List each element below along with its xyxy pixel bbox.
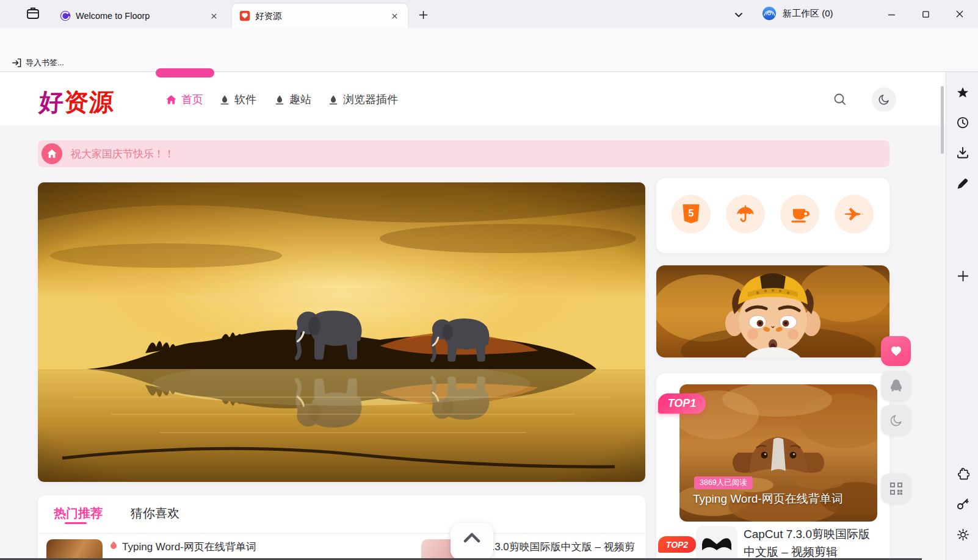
minimize-icon [888,10,896,18]
quicklink-umbrella[interactable] [726,195,765,234]
import-bookmarks-button[interactable]: 导入书签... [12,57,64,68]
feed-item-title[interactable]: 7.3.0剪映国际版中文版 – 视频剪 [486,540,639,554]
html5-icon: 5 [681,204,701,224]
nav-label: 首页 [181,92,203,107]
maximize-icon [922,10,930,18]
favorite-float-button[interactable] [881,336,911,366]
pencil-icon [957,178,969,190]
tab-group-icon [26,7,40,21]
close-window-button[interactable] [947,5,972,23]
download-icon [957,146,969,159]
nav-item-extensions[interactable]: 浏览器插件 [328,92,398,107]
extensions-icon [957,468,969,481]
home-icon [166,95,176,105]
maximize-button[interactable] [913,5,938,23]
close-icon [955,10,964,18]
sidebar-downloads-button[interactable] [956,146,969,159]
sidebar-passwords-button[interactable] [956,497,969,511]
new-tab-icon [419,10,428,20]
tab-group-button[interactable] [23,5,43,23]
key-icon [957,498,969,510]
sidebar-bookmarks-button[interactable] [956,86,969,99]
nav-toolbar: www.goodziyuan.com [0,28,978,54]
scroll-to-top-button[interactable] [451,523,493,560]
quicklink-coffee[interactable] [780,195,819,234]
qr-icon [889,481,904,496]
top1-title[interactable]: Typing Word-网页在线背单词 [693,491,843,507]
feed-item-title[interactable]: Typing Word-网页在线背单词 [122,540,256,554]
sidebar-history-button[interactable] [956,116,969,129]
tab-bar: Welcome to Floorp 好资源 新工作区 (0) [0,0,978,28]
nav-item-software[interactable]: 软件 [220,92,256,107]
quicklink-jet[interactable] [835,195,874,234]
capcut-logo [696,526,737,560]
coffee-icon [790,205,810,223]
qq-contact-button[interactable] [881,371,911,401]
workspace-label: 新工作区 (0) [783,8,833,20]
divider [39,533,644,534]
quicklinks-card: 5 [656,178,889,253]
tab-guess-you-like[interactable]: 猜你喜欢 [131,505,179,522]
new-tab-button[interactable] [414,6,432,23]
home-icon [47,149,57,159]
tab-close-button[interactable] [206,9,221,23]
tab-hot-recommend[interactable]: 热门推荐 [54,505,103,522]
recommendations-card: 热门推荐 猜你喜欢 Typing Word-网页在线背单词 7.3.0剪映国际版… [38,495,645,560]
workspace-icon [762,6,777,21]
hero-image[interactable] [38,182,645,482]
svg-text:5: 5 [689,208,694,218]
workspace-button[interactable]: 新工作区 (0) [762,6,833,21]
page-scrollbar-thumb[interactable] [941,86,944,154]
moon-icon [889,414,903,427]
jet-icon [844,206,864,222]
star-icon [957,87,969,99]
nav-label: 浏览器插件 [343,92,398,107]
close-icon [211,13,217,20]
sidebar-settings-button[interactable] [956,528,969,541]
bookmarks-bar: 导入书签... [0,54,978,72]
qq-icon [888,378,904,394]
drop-icon [220,94,230,105]
promo-image-card[interactable] [656,265,889,357]
cartoon-boy-illustration [656,265,889,357]
site-logo[interactable]: 好资源 [38,85,115,119]
floorp-logo [60,10,71,21]
tab-welcome-floorp[interactable]: Welcome to Floorp [53,4,227,28]
tab-title: Welcome to Floorp [76,11,201,21]
tab-active-underline [65,522,87,524]
nav-item-home[interactable]: 首页 [166,92,203,107]
minimize-button[interactable] [879,5,904,23]
top2-title[interactable]: CapCut 7.3.0剪映国际版中文版 – 视频剪辑 [744,526,877,560]
top2-badge: TOP2 [658,536,696,553]
close-icon [391,13,398,20]
top2-thumbnail[interactable] [696,526,737,560]
active-nav-indicator-pill [156,68,214,77]
gear-icon [957,528,969,541]
top1-badge: TOP1 [658,393,706,414]
sidebar-add-panel-button[interactable] [956,269,969,282]
qrcode-float-button[interactable] [881,473,911,503]
browser-side-panel [946,72,978,560]
nav-item-funsites[interactable]: 趣站 [275,92,311,107]
chevron-down-icon [734,10,743,19]
site-header: 好资源 首页 软件 趣站 浏览器插件 [0,72,945,125]
sidebar-notes-button[interactable] [956,177,969,190]
tab-close-button[interactable] [387,9,402,23]
feed-thumbnail[interactable] [46,539,103,560]
browser-window: Welcome to Floorp 好资源 新工作区 (0) [0,0,978,560]
page-viewport: 好资源 首页 软件 趣站 浏览器插件 [0,72,945,560]
darkmode-float-button[interactable] [881,405,911,435]
site-search-button[interactable] [833,92,847,107]
tab-haoziyuan[interactable]: 好资源 [232,4,408,28]
logo-first-char: 好 [38,88,65,115]
quicklink-html5[interactable]: 5 [672,195,711,234]
moon-icon [878,93,890,106]
nav-label: 软件 [234,92,256,107]
tab-list-button[interactable] [730,7,747,22]
flame-icon [109,540,118,550]
banner-text: 祝大家国庆节快乐！！ [71,147,175,161]
site-darkmode-button[interactable] [872,87,896,112]
notice-banner[interactable]: 祝大家国庆节快乐！！ [38,140,889,167]
import-bookmarks-icon [12,58,22,68]
sidebar-extensions-button[interactable] [956,467,969,481]
